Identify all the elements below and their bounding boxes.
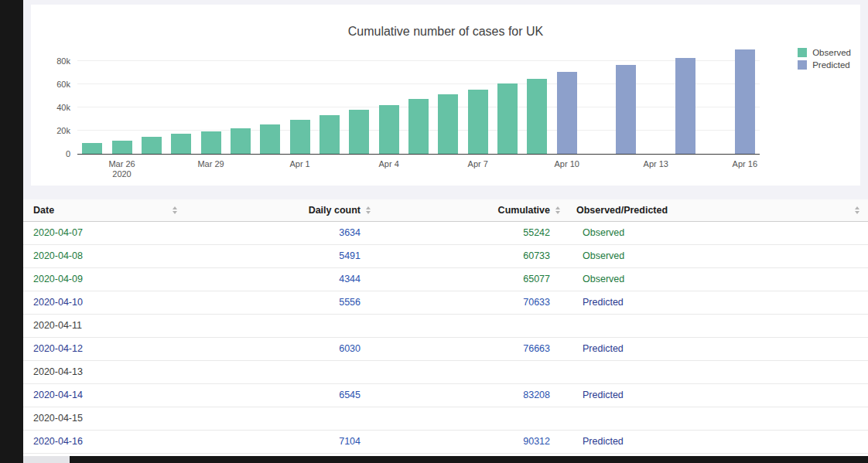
cell-observed-predicted[interactable]: Observed [569,244,868,267]
legend-item-observed[interactable]: Observed [798,46,851,59]
cell-daily-count[interactable] [186,360,379,383]
cell-date[interactable]: 2020-04-14 [23,383,186,407]
y-tick-label: 40k [39,103,70,112]
bar-observed-2020-03-27[interactable] [142,137,162,154]
legend-item-predicted[interactable]: Predicted [798,59,851,71]
y-tick-label: 80k [39,56,70,66]
table-row: 2020-04-11 [23,314,868,337]
cell-observed-predicted[interactable]: Predicted [569,337,868,360]
bar-predicted-2020-04-16[interactable] [735,49,755,154]
bar-observed-2020-04-09[interactable] [527,79,547,154]
cell-date[interactable]: 2020-04-13 [23,360,186,383]
cell-cumulative[interactable]: 90312 [379,430,569,453]
cell-cumulative[interactable]: 76663 [379,337,569,360]
bar-predicted-2020-04-12[interactable] [616,65,636,154]
bar-observed-2020-03-29[interactable] [201,131,221,154]
cell-cumulative[interactable]: 60733 [379,244,569,267]
x-tick-label: Mar 29 [197,159,224,169]
cell-daily-count[interactable]: 4344 [186,267,379,291]
bar-observed-2020-04-02[interactable] [320,115,340,154]
cell-cumulative[interactable]: 83208 [379,383,569,407]
cell-observed-predicted[interactable]: Predicted [569,383,868,407]
cell-cumulative[interactable]: 65077 [379,267,569,291]
bar-observed-2020-04-06[interactable] [438,94,458,154]
gridline [77,83,760,84]
cell-cumulative[interactable] [379,407,569,430]
bar-observed-2020-04-03[interactable] [349,110,369,154]
table-row: 2020-04-12603076663Predicted [23,337,868,360]
x-tick-label: Apr 10 [555,159,579,169]
bar-observed-2020-04-07[interactable] [468,90,488,154]
cell-cumulative[interactable] [379,314,569,337]
cell-observed-predicted[interactable]: Observed [569,221,868,244]
bar-observed-2020-04-08[interactable] [497,83,518,154]
cell-daily-count[interactable]: 6545 [186,383,379,407]
column-header-date: Date [23,199,186,221]
legend-swatch-predicted [798,60,807,70]
bar-observed-2020-03-31[interactable] [260,124,280,154]
bar-predicted-2020-04-10[interactable] [557,72,577,154]
x-tick-label: Apr 16 [733,159,757,169]
cell-daily-count[interactable]: 5556 [186,291,379,314]
y-tick-label: 20k [39,126,70,135]
bottom-left-block [23,456,70,463]
sort-icon[interactable] [555,206,561,215]
sort-up-arrow-icon [366,206,371,209]
cell-observed-predicted[interactable] [569,360,868,383]
bar-observed-2020-04-01[interactable] [290,120,310,154]
cell-observed-predicted[interactable] [569,314,868,337]
table-row: 2020-04-15 [23,407,868,430]
x-tick-label: Apr 4 [378,159,398,169]
cell-daily-count[interactable] [186,407,379,430]
bar-observed-2020-03-26[interactable] [112,141,132,154]
cell-daily-count[interactable]: 3634 [186,221,379,244]
sort-up-arrow-icon [855,206,859,209]
sort-icon[interactable] [365,206,371,215]
cell-daily-count[interactable]: 6030 [186,337,379,360]
cell-date[interactable]: 2020-04-09 [23,267,186,291]
cell-daily-count[interactable] [186,314,379,337]
bar-predicted-2020-04-14[interactable] [675,58,695,154]
table-row: 2020-04-14654583208Predicted [23,383,868,407]
sort-down-arrow-icon [555,211,560,214]
chart-plot: 020k40k60k80kMar 262020Mar 29Apr 1Apr 4A… [77,45,760,155]
bar-observed-2020-04-04[interactable] [379,105,399,154]
column-header-daily-count: Daily count [186,199,379,221]
data-table: DateDaily countCumulativeObserved/Predic… [23,199,868,454]
chart-legend: ObservedPredicted [798,46,851,71]
cell-observed-predicted[interactable]: Observed [569,267,868,291]
legend-label: Observed [812,48,851,57]
sort-icon[interactable] [172,206,178,215]
cell-daily-count[interactable]: 5491 [186,244,379,267]
sort-icon[interactable] [854,206,860,215]
sort-down-arrow-icon [173,211,177,214]
cell-cumulative[interactable]: 55242 [379,221,569,244]
cell-date[interactable]: 2020-04-11 [23,314,186,337]
column-header-label: Date [33,205,54,216]
bar-observed-2020-03-30[interactable] [231,128,251,154]
cell-date[interactable]: 2020-04-16 [23,430,186,453]
cell-date[interactable]: 2020-04-08 [23,244,186,267]
cell-cumulative[interactable] [379,360,569,383]
cell-date[interactable]: 2020-04-15 [23,407,186,430]
bar-observed-2020-04-05[interactable] [408,99,429,154]
column-header-cumulative: Cumulative [379,199,569,221]
cell-observed-predicted[interactable]: Predicted [569,291,868,314]
cell-observed-predicted[interactable]: Predicted [569,430,868,453]
x-tick-label: Apr 1 [289,159,309,169]
cell-date[interactable]: 2020-04-12 [23,337,186,360]
column-header-label: Cumulative [498,205,550,216]
legend-swatch-observed [798,48,807,57]
legend-label: Predicted [812,60,850,70]
chart-title: Cumulative number of cases for UK [31,25,860,39]
cell-date[interactable]: 2020-04-10 [23,291,186,314]
bar-observed-2020-03-28[interactable] [171,134,191,154]
bar-observed-2020-03-25[interactable] [82,143,102,154]
column-header-label: Observed/Predicted [576,205,668,216]
cell-observed-predicted[interactable] [569,407,868,430]
table-row: 2020-04-09434465077Observed [23,267,868,291]
cell-cumulative[interactable]: 70633 [379,291,569,314]
app-window: Cumulative number of cases for UK 020k40… [23,0,868,456]
cell-date[interactable]: 2020-04-07 [23,221,186,244]
cell-daily-count[interactable]: 7104 [186,430,379,453]
